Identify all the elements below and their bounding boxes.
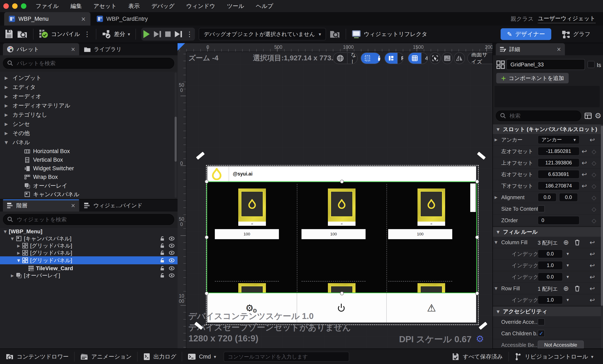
reset-icon[interactable]: ↩ [590, 273, 595, 281]
designer-mode-button[interactable]: ✎ デザイナー [501, 28, 551, 40]
trash-icon[interactable] [574, 239, 580, 246]
accessible-behavior-dropdown[interactable]: Not Accessible [538, 341, 584, 349]
tab-library[interactable]: ライブラリ [80, 43, 147, 55]
display-filter-icon[interactable] [584, 112, 592, 120]
settings-gear-icon[interactable]: ⚙ [595, 111, 601, 120]
expand-icon[interactable]: ▼ [495, 240, 498, 244]
tree-row-tileview-card[interactable]: TileView_Card [0, 265, 178, 272]
index-field[interactable]: 0.0 [538, 272, 563, 281]
rotate-handle-nw[interactable] [196, 152, 205, 160]
visibility-eye-icon[interactable] [169, 236, 175, 241]
step-forward-button[interactable] [154, 31, 161, 37]
tab-widget-bind[interactable]: ウィジェ...バインド [80, 200, 155, 211]
palette-category-audio[interactable]: ▶オーディオ [0, 92, 178, 101]
reset-icon[interactable]: ↩ [590, 239, 595, 246]
resize-handle-nw[interactable] [205, 180, 209, 183]
palette-item-overlay[interactable]: オーバーレイ [0, 181, 178, 190]
close-panel-icon[interactable]: × [71, 46, 75, 52]
select-tool-button[interactable] [430, 52, 441, 64]
menu-window[interactable]: ウィンドウ [186, 2, 215, 10]
menu-help[interactable]: ヘルプ [256, 2, 273, 10]
resize-handle-s[interactable] [340, 292, 344, 295]
offset-left-field[interactable]: -11.850281 [538, 147, 580, 156]
flip-preview-button[interactable] [454, 52, 465, 64]
bind-diamond-icon[interactable]: ◇ [592, 183, 596, 189]
close-tab-icon[interactable]: × [81, 15, 86, 23]
expand-icon[interactable]: ▼ [495, 286, 498, 291]
bind-diamond-icon[interactable]: ◇ [592, 194, 596, 201]
reset-icon[interactable]: ↩ [582, 159, 587, 166]
palette-category-input[interactable]: ▶インプット [0, 73, 178, 82]
anchor-dropdown[interactable]: アンカー▾ [538, 135, 580, 144]
window-close-icon[interactable] [3, 3, 9, 9]
trash-icon[interactable] [574, 285, 580, 292]
menu-debug[interactable]: デバッグ [151, 2, 175, 10]
graph-mode-button[interactable]: グラフ [561, 30, 591, 39]
can-children-checkbox[interactable] [538, 330, 545, 337]
reset-icon[interactable]: ↩ [582, 182, 587, 189]
console-command-input[interactable] [227, 353, 346, 360]
palette-category-panel[interactable]: ▼パネル [0, 138, 178, 147]
reset-icon[interactable]: ↩ [590, 250, 595, 258]
visibility-eye-icon[interactable] [169, 266, 175, 271]
lock-icon[interactable] [374, 53, 381, 64]
menu-asset[interactable]: アセット [93, 2, 117, 10]
chevron-down-icon[interactable]: ▾ [567, 251, 569, 256]
reset-icon[interactable]: ↩ [590, 296, 595, 304]
palette-item-vertical-box[interactable]: Vertical Box [0, 156, 178, 164]
widget-reflector-button[interactable]: ウィジェットリフレクタ [351, 30, 427, 38]
visibility-eye-icon[interactable] [169, 243, 175, 248]
resize-handle-sw[interactable] [205, 292, 209, 295]
palette-search-input[interactable] [16, 60, 170, 67]
r-toggle[interactable]: R [397, 53, 404, 64]
hierarchy-search-input[interactable] [16, 216, 170, 223]
lock-icon[interactable] [160, 258, 165, 263]
lock-icon[interactable] [160, 236, 165, 241]
section-accessibility[interactable]: ▼アクセシビリティ [493, 307, 601, 316]
palette-category-synth[interactable]: ▶シンセ [0, 119, 178, 128]
palette-category-editor[interactable]: ▶エディタ [0, 82, 178, 92]
menu-tools[interactable]: ツール [227, 2, 244, 10]
diff-button[interactable]: 差分 ▾ [102, 29, 130, 39]
bind-diamond-icon[interactable]: ◇ [592, 206, 596, 212]
content-drawer-button[interactable]: コンテンツドロワー [0, 349, 74, 364]
preview-header-bar[interactable]: @syui.ai [207, 166, 476, 182]
reset-icon[interactable]: ↩ [590, 285, 595, 292]
lock-icon[interactable] [160, 243, 165, 248]
size-to-content-checkbox[interactable] [538, 205, 545, 212]
window-minimize-icon[interactable] [12, 3, 18, 9]
save-status-button[interactable]: すべて保存済み [446, 349, 508, 364]
animation-button[interactable]: アニメーション [75, 349, 137, 364]
bind-diamond-icon[interactable]: ◇ [592, 217, 596, 224]
browse-debug-object-button[interactable] [330, 29, 340, 39]
screen-size-dropdown[interactable]: 画面サイズ ▾ [467, 52, 492, 64]
debug-object-dropdown[interactable]: デバッグオブジェクトが選択されていません ▾ [199, 28, 326, 40]
add-component-button[interactable]: + コンポーネントを追加 [496, 73, 569, 83]
parent-class-link[interactable]: ユーザーウィジェット [538, 15, 595, 23]
menu-edit[interactable]: 編集 [70, 2, 82, 10]
palette-scrollbar-thumb[interactable] [175, 117, 177, 162]
bind-diamond-icon[interactable]: ◇ [592, 171, 596, 178]
rotate-handle-ne[interactable] [477, 152, 486, 160]
tree-row-wbp-menu[interactable]: ▼[WBP_Menu] [0, 228, 178, 235]
index-field[interactable]: 1.0 [538, 295, 563, 304]
section-slot[interactable]: ▼スロット (キャンバスパネルスロット) [493, 124, 601, 134]
resize-handle-e[interactable] [475, 235, 479, 239]
palette-item-widget-switcher[interactable]: Widget Switcher [0, 164, 178, 173]
offset-right-field[interactable]: 6.633691 [538, 170, 580, 179]
resolution-chip[interactable]: R [384, 52, 404, 64]
play-options-icon[interactable]: ⋮ [186, 30, 193, 38]
skip-to-end-button[interactable] [175, 31, 182, 37]
palette-item-horizontal-box[interactable]: Horizontal Box [0, 147, 178, 156]
close-panel-icon[interactable]: × [557, 46, 561, 52]
stop-button[interactable] [165, 31, 171, 37]
localization-preview-chip[interactable]: なし [333, 52, 358, 64]
resize-handle-w[interactable] [205, 235, 209, 239]
chevron-down-icon[interactable]: ▾ [567, 297, 569, 302]
index-field[interactable]: 1.0 [538, 261, 563, 270]
browse-asset-button[interactable] [17, 29, 28, 39]
details-search[interactable] [496, 111, 581, 121]
window-zoom-icon[interactable] [21, 3, 26, 9]
palette-search[interactable] [3, 58, 174, 69]
reset-icon[interactable]: ↩ [582, 171, 587, 178]
